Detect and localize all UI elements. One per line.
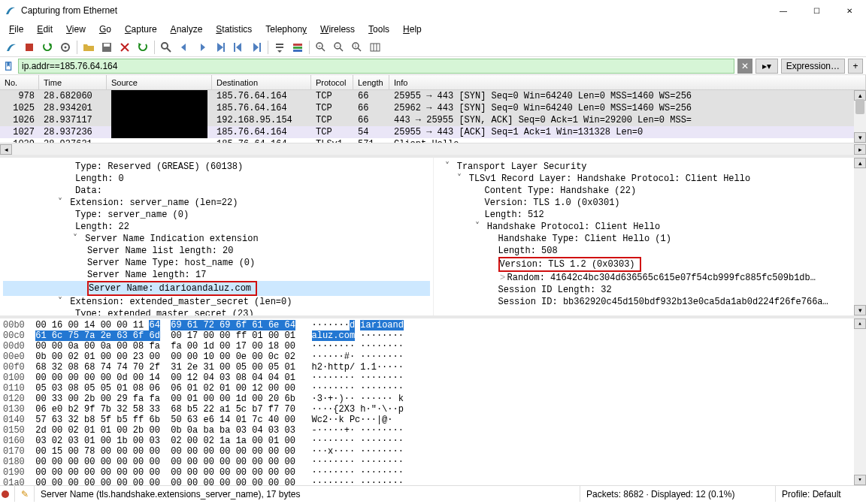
detail-line[interactable]: Length: 508 (437, 245, 864, 257)
hex-line[interactable]: 00e0 0b 00 02 01 00 00 23 00 00 00 10 00… (3, 352, 863, 362)
col-protocol[interactable]: Protocol (311, 75, 353, 89)
hex-line[interactable]: 00b0 00 16 00 14 00 00 11 64 69 61 72 69… (3, 320, 863, 330)
auto-scroll-icon[interactable] (271, 39, 288, 56)
go-last-icon[interactable] (248, 39, 265, 56)
open-file-icon[interactable] (80, 39, 97, 56)
detail-line[interactable]: Version: TLS 1.0 (0x0301) (437, 197, 864, 209)
menu-telephony[interactable]: Telephony (259, 23, 313, 36)
window-minimize[interactable]: ― (767, 0, 800, 21)
detail-line[interactable]: Type: server_name (0) (3, 209, 430, 221)
menu-go[interactable]: Go (93, 23, 117, 36)
edit-capture-comment-icon[interactable]: ✎ (19, 488, 31, 500)
detail-line[interactable]: ˅ Server Name Indication extension (3, 233, 430, 245)
detail-line[interactable]: ˅ Extension: extended_master_secret (len… (3, 296, 430, 308)
detail-line[interactable]: Data: (3, 185, 430, 197)
col-source[interactable]: Source (107, 75, 212, 89)
packet-row[interactable]: 102528.934201185.76.64.164TCP6625962 → 4… (0, 102, 866, 114)
detail-line[interactable]: ˅ Transport Layer Security (437, 161, 864, 173)
restart-capture-icon[interactable] (39, 39, 56, 56)
hex-line[interactable]: 00f0 68 32 08 68 74 74 70 2f 31 2e 31 00… (3, 362, 863, 373)
menu-help[interactable]: Help (397, 23, 428, 36)
resize-columns-icon[interactable] (367, 39, 383, 56)
col-no[interactable]: No. (0, 75, 39, 89)
detail-line[interactable]: Version: TLS 1.2 (0x0303) (437, 257, 864, 272)
hex-line[interactable]: 0100 00 00 00 00 00 0d 00 14 00 12 04 03… (3, 373, 863, 383)
hex-line[interactable]: 00d0 00 00 0a 00 0a 00 08 fa fa 00 1d 00… (3, 341, 863, 352)
bookmark-filter-icon[interactable] (3, 60, 15, 72)
packet-details-pane[interactable]: Type: Reserved (GREASE) (60138)Length: 0… (0, 158, 866, 315)
hex-line[interactable]: 0160 03 02 03 01 00 1b 00 03 02 00 02 1a… (3, 436, 863, 446)
hex-line[interactable]: 0110 05 03 08 05 05 01 08 06 06 01 02 01… (3, 383, 863, 394)
add-filter-button[interactable]: + (848, 59, 863, 74)
capture-options-icon[interactable] (57, 39, 74, 56)
packet-row[interactable]: 102628.937117192.168.95.154TCP66443 → 25… (0, 114, 866, 126)
window-maximize[interactable]: ☐ (800, 0, 833, 21)
packet-list-hscroll[interactable]: ◂▸ (0, 143, 866, 155)
detail-line[interactable]: Server Name: diarioandaluz.com (3, 281, 430, 296)
expression-button[interactable]: Expression… (781, 59, 845, 74)
menu-view[interactable]: View (60, 23, 92, 36)
col-destination[interactable]: Destination (212, 75, 311, 89)
zoom-out-icon[interactable]: − (331, 39, 347, 56)
go-back-icon[interactable] (176, 39, 192, 56)
hex-line[interactable]: 0140 57 63 32 b8 5f b5 ff 6b 50 63 e6 14… (3, 415, 863, 425)
close-file-icon[interactable] (117, 39, 133, 56)
menu-tools[interactable]: Tools (362, 23, 395, 36)
hex-line[interactable]: 0180 00 00 00 00 00 00 00 00 00 00 00 00… (3, 457, 863, 467)
detail-line[interactable]: Length: 0 (3, 173, 430, 185)
save-file-icon[interactable] (98, 39, 115, 56)
menu-edit[interactable]: Edit (31, 23, 59, 36)
detail-line[interactable]: Server Name length: 17 (3, 269, 430, 281)
detail-line[interactable]: Server Name list length: 20 (3, 245, 430, 257)
detail-line[interactable]: Server Name Type: host_name (0) (3, 257, 430, 269)
packet-list-pane[interactable]: No. Time Source Destination Protocol Len… (0, 75, 866, 155)
menu-wireless[interactable]: Wireless (314, 23, 361, 36)
detail-line[interactable]: >Random: 41642c4bc304d636565c615e07f54cb… (437, 272, 864, 284)
detail-line[interactable]: Type: extended_master_secret (23) (3, 308, 430, 315)
menu-capture[interactable]: Capture (119, 23, 163, 36)
hex-line[interactable]: 0170 00 15 00 78 00 00 00 00 00 00 00 00… (3, 446, 863, 457)
packet-list-vscroll[interactable]: ▴▾ (854, 90, 866, 143)
go-to-packet-icon[interactable] (212, 39, 229, 56)
filter-nav-button[interactable]: ▸▾ (755, 59, 778, 74)
stop-capture-icon[interactable] (21, 39, 38, 56)
go-forward-icon[interactable] (194, 39, 210, 56)
display-filter-input[interactable] (18, 59, 734, 74)
status-profile[interactable]: Profile: Default (776, 486, 866, 502)
go-first-icon[interactable] (230, 39, 247, 56)
window-close[interactable]: ✕ (833, 0, 866, 21)
hex-line[interactable]: 0120 00 33 00 2b 00 29 fa fa 00 01 00 00… (3, 394, 863, 404)
hex-line[interactable]: 0190 00 00 00 00 00 00 00 00 00 00 00 00… (3, 467, 863, 478)
detail-line[interactable]: Handshake Type: Client Hello (1) (437, 233, 864, 245)
menu-file[interactable]: File (3, 23, 29, 36)
expert-info-icon[interactable] (2, 490, 9, 498)
reload-icon[interactable] (135, 39, 151, 56)
detail-line[interactable]: ˅ Handshake Protocol: Client Hello (437, 221, 864, 233)
detail-line[interactable]: Session ID Length: 32 (437, 284, 864, 296)
hex-line[interactable]: 0130 06 e0 b2 9f 7b 32 58 33 68 b5 22 a1… (3, 404, 863, 415)
detail-line[interactable]: Type: Reserved (GREASE) (60138) (3, 161, 430, 173)
details-vscroll[interactable]: ▴▾ (854, 158, 866, 315)
start-capture-icon[interactable] (3, 39, 20, 56)
packet-bytes-pane[interactable]: ▴▾ 00b0 00 16 00 14 00 00 11 64 69 61 72… (0, 318, 866, 485)
colorize-icon[interactable] (289, 39, 306, 56)
zoom-reset-icon[interactable]: 1 (349, 39, 365, 56)
hex-line[interactable]: 0150 2d 00 02 01 01 00 2b 00 0b 0a ba ba… (3, 425, 863, 436)
detail-line[interactable]: ˅ TLSv1 Record Layer: Handshake Protocol… (437, 173, 864, 185)
detail-line[interactable]: Session ID: bb362920c45d150bdf932b13e0ca… (437, 296, 864, 308)
menu-analyze[interactable]: Analyze (165, 23, 209, 36)
hex-line[interactable]: 00c0 61 6c 75 7a 2e 63 6f 6d 00 17 00 00… (3, 330, 863, 341)
clear-filter-button[interactable]: ✕ (737, 59, 752, 74)
zoom-in-icon[interactable]: + (313, 39, 329, 56)
col-time[interactable]: Time (39, 75, 107, 89)
menu-statistics[interactable]: Statistics (210, 23, 258, 36)
packet-row[interactable]: 97828.682060185.76.64.164TCP6625955 → 44… (0, 90, 866, 102)
packet-row[interactable]: 102728.937236185.76.64.164TCP5425955 → 4… (0, 126, 866, 138)
col-info[interactable]: Info (389, 75, 866, 89)
hex-vscroll[interactable]: ▴▾ (854, 318, 866, 485)
detail-line[interactable]: Length: 512 (437, 209, 864, 221)
col-length[interactable]: Length (353, 75, 389, 89)
detail-line[interactable]: Content Type: Handshake (22) (437, 185, 864, 197)
hex-line[interactable]: 01a0 00 00 00 00 00 00 00 00 00 00 00 00… (3, 478, 863, 485)
detail-line[interactable]: Length: 22 (3, 221, 430, 233)
